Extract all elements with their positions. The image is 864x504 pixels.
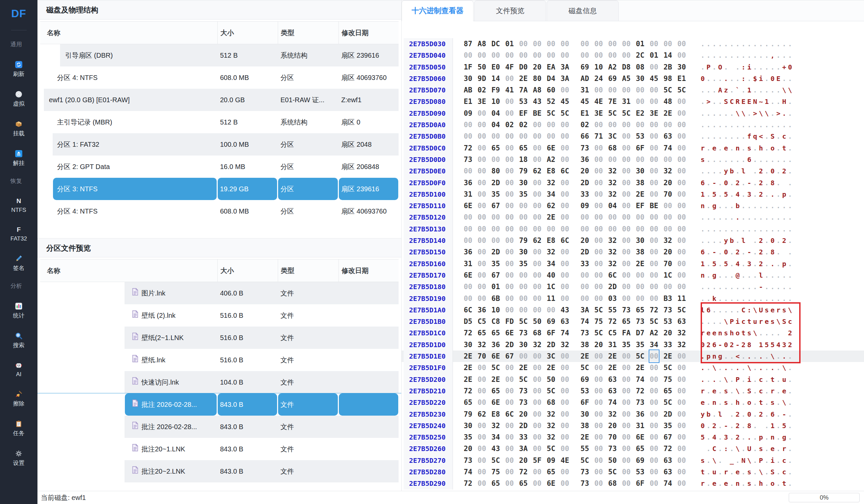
hex-byte[interactable]: 00 xyxy=(594,200,603,211)
ascii-column[interactable]: r.e.e.n.s.h.o.t. xyxy=(701,143,794,154)
hex-byte[interactable]: 00 xyxy=(677,281,686,293)
hex-byte[interactable]: 00 xyxy=(677,211,686,223)
hex-byte[interactable]: 32 xyxy=(547,420,555,431)
hex-byte[interactable]: 00 xyxy=(533,188,542,200)
hex-byte[interactable]: 53 xyxy=(636,131,645,142)
hex-byte[interactable]: BE xyxy=(650,200,659,211)
hex-byte[interactable]: 6E xyxy=(636,431,645,443)
hex-byte[interactable]: 00 xyxy=(677,466,686,478)
hex-byte[interactable]: E8 xyxy=(491,408,500,420)
hex-byte[interactable]: 50 xyxy=(608,455,617,466)
hex-byte[interactable]: 00 xyxy=(580,50,589,61)
sidebar-item-signature[interactable]: 签名 xyxy=(11,254,27,272)
hex-byte[interactable]: 32 xyxy=(608,177,617,188)
hex-byte[interactable]: 00 xyxy=(650,270,659,281)
ascii-column[interactable]: ....\Pictures\Sc xyxy=(701,316,794,327)
hex-byte[interactable]: 00 xyxy=(594,188,603,200)
sidebar-item-refresh[interactable]: 刷新 xyxy=(11,60,27,78)
hex-byte[interactable]: 33 xyxy=(580,258,589,270)
hex-byte[interactable]: 32 xyxy=(533,339,542,351)
hex-byte[interactable]: 72 xyxy=(464,478,472,489)
hex-byte[interactable]: 00 xyxy=(505,385,514,397)
hex-offset[interactable]: 2E7B5D240 xyxy=(404,420,453,431)
hex-offset[interactable]: 2E7B5D210 xyxy=(404,385,453,397)
hex-byte[interactable]: 00 xyxy=(561,362,569,373)
hex-byte[interactable]: 32 xyxy=(677,339,686,351)
hex-byte[interactable]: 30 xyxy=(636,165,645,177)
hex-byte[interactable]: 33 xyxy=(519,431,528,443)
hex-byte[interactable]: 01 xyxy=(650,50,659,61)
hex-byte[interactable]: 2D xyxy=(580,246,589,258)
hex-byte[interactable]: 73 xyxy=(464,455,472,466)
hex-byte[interactable]: 00 xyxy=(478,200,486,211)
hex-byte[interactable]: 00 xyxy=(464,50,472,61)
hex-byte[interactable]: 00 xyxy=(608,211,617,223)
hex-byte[interactable]: 00 xyxy=(533,431,542,443)
hex-byte[interactable]: 35 xyxy=(519,258,528,270)
hex-byte[interactable]: 00 xyxy=(547,304,555,316)
hex-byte[interactable]: 62 xyxy=(533,235,542,246)
hex-byte[interactable]: 00 xyxy=(663,281,672,293)
hex-byte[interactable]: 00 xyxy=(533,270,542,281)
hex-byte[interactable]: 63 xyxy=(561,316,569,327)
hex-byte[interactable]: 2E xyxy=(519,362,528,373)
hex-byte[interactable]: 00 xyxy=(677,478,686,489)
hex-byte[interactable]: 00 xyxy=(622,293,631,304)
hex-byte[interactable]: 3C xyxy=(608,131,617,142)
hex-byte[interactable]: 00 xyxy=(622,385,631,397)
hex-byte[interactable]: E1 xyxy=(677,73,686,84)
hex-byte[interactable]: 00 xyxy=(478,119,486,131)
hex-byte[interactable]: 00 xyxy=(561,84,569,96)
hex-byte[interactable]: 30 xyxy=(580,408,589,420)
hex-byte[interactable]: 00 xyxy=(561,293,569,304)
hex-byte[interactable]: 35 xyxy=(491,258,500,270)
hex-byte[interactable]: 00 xyxy=(622,223,631,235)
hex-byte[interactable]: 65 xyxy=(663,385,672,397)
hex-byte[interactable]: 70 xyxy=(478,351,486,362)
hex-byte[interactable]: 00 xyxy=(519,293,528,304)
hex-byte[interactable]: 2E xyxy=(636,188,645,200)
hex-byte[interactable]: 6C xyxy=(561,165,569,177)
hex-byte[interactable]: 00 xyxy=(561,397,569,408)
hex-byte[interactable]: 00 xyxy=(622,188,631,200)
ascii-column[interactable]: 0......:.$i.0E.. xyxy=(701,73,794,84)
hex-byte[interactable]: 63 xyxy=(608,374,617,385)
hex-offset[interactable]: 2E7B5D0C0 xyxy=(404,143,453,154)
hex-byte[interactable]: 32 xyxy=(608,258,617,270)
hex-byte[interactable]: 73 xyxy=(636,397,645,408)
hex-byte[interactable]: 2E xyxy=(580,351,589,362)
hex-byte[interactable]: 00 xyxy=(505,50,514,61)
hex-byte[interactable]: 65 xyxy=(491,478,500,489)
hex-byte[interactable]: 3E xyxy=(478,96,486,107)
ascii-column[interactable]: ...Az.`.1.....\\ xyxy=(701,84,794,96)
hex-byte[interactable]: 35 xyxy=(464,431,472,443)
hex-byte[interactable]: 55 xyxy=(608,304,617,316)
hex-byte[interactable]: 00 xyxy=(533,362,542,373)
hex-byte[interactable]: 00 xyxy=(650,165,659,177)
hex-offset[interactable]: 2E7B5D260 xyxy=(404,443,453,454)
sidebar-item-settings[interactable]: 设置 xyxy=(11,449,27,467)
hex-byte[interactable]: 00 xyxy=(519,50,528,61)
hex-byte[interactable]: 72 xyxy=(464,327,472,339)
hex-byte[interactable]: C5 xyxy=(608,327,617,339)
hex-byte[interactable]: 2E xyxy=(663,351,672,362)
hex-byte[interactable]: 31 xyxy=(622,96,631,107)
hex-byte[interactable]: 00 xyxy=(636,270,645,281)
hex-byte[interactable]: 00 xyxy=(594,270,603,281)
hex-byte[interactable]: 2D xyxy=(505,339,514,351)
hex-byte[interactable]: 00 xyxy=(622,431,631,443)
hex-byte[interactable]: 00 xyxy=(622,374,631,385)
ascii-column[interactable]: 1.5.5.4.3.2...p. xyxy=(701,258,794,270)
hex-byte[interactable]: 45 xyxy=(561,96,569,107)
hex-byte[interactable]: 00 xyxy=(622,143,631,154)
hex-byte[interactable]: 1C xyxy=(663,270,672,281)
hex-byte[interactable]: 00 xyxy=(677,131,686,142)
hex-offset[interactable]: 2E7B5D0D0 xyxy=(404,154,453,165)
hex-byte[interactable]: 00 xyxy=(622,478,631,489)
sidebar-item-virtual[interactable]: 虚拟 xyxy=(11,90,27,108)
hex-byte[interactable]: 00 xyxy=(677,431,686,443)
hex-byte[interactable]: 2E xyxy=(580,431,589,443)
hex-byte[interactable]: 00 xyxy=(594,408,603,420)
ascii-column[interactable]: ..\.....\.....\. xyxy=(701,362,794,373)
hex-byte[interactable]: 74 xyxy=(580,316,589,327)
